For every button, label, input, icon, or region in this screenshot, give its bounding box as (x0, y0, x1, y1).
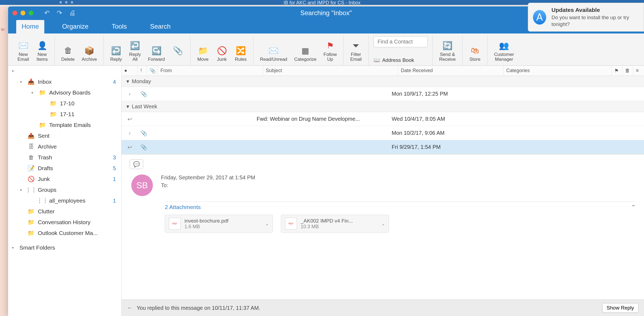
junk-button[interactable]: 🚫Junk (214, 44, 229, 63)
to-label: To: (161, 182, 255, 189)
col-date[interactable]: Date Received (398, 66, 504, 76)
tab-organize[interactable]: Organize (57, 20, 94, 33)
back-arrow-icon[interactable]: ← (127, 304, 133, 311)
paperclip-icon: 📎 (140, 130, 147, 136)
send-receive-button[interactable]: 🔄Send & Receive (438, 39, 457, 63)
categorize-icon: ▦ (299, 45, 311, 56)
sidebar-junk[interactable]: 🚫Junk1 (8, 174, 121, 184)
column-headers: ● ! 📎 From Subject Date Received Categor… (122, 66, 644, 76)
envelope-icon: ✉️ (268, 45, 280, 56)
col-from[interactable]: From (158, 66, 263, 76)
pdf-icon: PDF (169, 218, 181, 230)
folder-sidebar: 📥Inbox4 📁Advisory Boards 📁17-10 📁17-11 📁… (8, 66, 122, 316)
attachment-card[interactable]: PDF _AK002 IMPD v4 Fin...10.3 MB ⌄ (281, 215, 389, 233)
attachment-size: 1.6 MB (185, 224, 261, 230)
tab-home[interactable]: Home (16, 20, 44, 33)
attachment-dropdown[interactable]: 📎 (170, 44, 185, 63)
customer-manager-button[interactable]: 👥Customer Manager (492, 39, 516, 63)
address-book-button[interactable]: 📖Address Book (374, 57, 414, 63)
sidebar-archive[interactable]: 🗄Archive (8, 141, 121, 152)
store-button[interactable]: 🛍Store (467, 44, 482, 63)
rules-icon: 🔀 (235, 45, 247, 56)
store-icon: 🛍 (469, 45, 481, 56)
col-subject[interactable]: Subject (263, 66, 398, 76)
show-reply-button[interactable]: Show Reply (602, 303, 639, 313)
reply-all-icon: ↩️ (129, 40, 141, 51)
print-icon[interactable]: 🖨 (69, 9, 76, 17)
tab-search[interactable]: Search (145, 20, 176, 33)
col-attachment[interactable]: 📎 (147, 66, 158, 76)
redo-icon[interactable]: ↷ (57, 9, 62, 17)
attachments-header[interactable]: 2 Attachments (165, 204, 201, 210)
col-status[interactable]: ● (122, 66, 138, 76)
message-subject: Fwd: Webinar on Drug Name Developme... (254, 116, 389, 122)
group-last-week[interactable]: Last Week (122, 101, 644, 112)
sidebar-clutter[interactable]: 📁Clutter (8, 206, 121, 217)
reply-all-button[interactable]: ↩️Reply All (128, 39, 143, 63)
close-window-button[interactable] (12, 11, 17, 15)
new-items-button[interactable]: 👤New Items (35, 39, 50, 63)
attachment-size: 10.3 MB (301, 224, 378, 230)
categorize-button[interactable]: ▦Categorize (293, 44, 318, 63)
group-icon: ⋮⋮ (39, 197, 46, 204)
folder-icon: 📁 (50, 111, 57, 117)
sidebar-all-employees[interactable]: ⋮⋮all_employees1 (8, 195, 121, 206)
message-row[interactable]: › 📎 Mon 10/9/17, 12:25 PM (122, 87, 644, 101)
sidebar-advisory-boards[interactable]: 📁Advisory Boards (8, 87, 121, 98)
folder-icon: 📁 (39, 89, 46, 96)
outlook-window: ↶ ↷ 🖨 Searching "Inbox" Home Organize To… (8, 6, 644, 316)
sidebar-drafts[interactable]: 📝Drafts5 (8, 163, 121, 174)
group-monday[interactable]: Monday (122, 76, 644, 87)
sidebar-outlook-customer-manager[interactable]: 📁Outlook Customer Ma... (8, 228, 121, 238)
zoom-window-button[interactable] (29, 11, 33, 15)
sidebar-17-11[interactable]: 📁17-11 (8, 109, 121, 120)
find-contact-input[interactable] (374, 36, 428, 47)
conversation-icon[interactable]: 💬 (130, 159, 143, 169)
sidebar-17-10[interactable]: 📁17-10 (8, 98, 121, 109)
customer-icon: 👥 (498, 40, 510, 51)
forward-button[interactable]: ↪️Forward (146, 44, 166, 63)
sidebar-template-emails[interactable]: 📁Template Emails (8, 120, 121, 130)
attachment-dropdown-icon[interactable]: ⌄ (265, 221, 269, 226)
col-options[interactable]: ≡ (633, 66, 644, 76)
reply-button[interactable]: ↩️Reply (109, 44, 124, 63)
sidebar-groups[interactable]: ⋮⋮Groups (8, 184, 121, 195)
undo-icon[interactable]: ↶ (44, 9, 50, 17)
reply-icon: ↩️ (110, 45, 122, 56)
col-delete[interactable]: 🗑 (622, 66, 633, 76)
follow-up-button[interactable]: ⚑Follow Up (322, 39, 338, 63)
sidebar-conversation-history[interactable]: 📁Conversation History (8, 217, 121, 228)
attachment-card[interactable]: PDF invest-brochure.pdf1.6 MB ⌄ (165, 215, 273, 233)
sidebar-sent[interactable]: 📤Sent (8, 130, 121, 141)
updates-notification[interactable]: A Updates Available Do you want to insta… (528, 3, 644, 32)
sidebar-trash[interactable]: 🗑Trash3 (8, 152, 121, 163)
message-row[interactable]: › 📎 Mon 10/2/17, 9:06 AM (122, 126, 644, 140)
rules-button[interactable]: 🔀Rules (233, 44, 248, 63)
collapse-attachments-icon[interactable]: ⌃ (631, 204, 636, 210)
sent-icon: 📤 (28, 133, 35, 139)
tab-tools[interactable]: Tools (106, 20, 132, 33)
sidebar-smart-folders[interactable]: Smart Folders (8, 242, 121, 253)
archive-button[interactable]: 📦Archive (80, 44, 99, 63)
message-date: Wed 10/4/17, 8:05 AM (389, 116, 486, 122)
filter-email-button[interactable]: ⏷Filter Email (348, 39, 364, 63)
reply-status-text: You replied to this message on 10/11/17,… (137, 305, 260, 311)
col-importance[interactable]: ! (138, 66, 147, 76)
minimize-window-button[interactable] (21, 11, 25, 15)
archive-icon: 📦 (83, 45, 95, 56)
reply-status-bar: ← You replied to this message on 10/11/1… (122, 300, 644, 316)
col-categories[interactable]: Categories (504, 66, 612, 76)
account-row[interactable] (8, 66, 121, 76)
new-email-icon: ✉️ (17, 40, 29, 51)
move-button[interactable]: 📁Move (195, 44, 210, 63)
delete-button[interactable]: 🗑Delete (60, 44, 76, 63)
message-row[interactable]: ↩ Fwd: Webinar on Drug Name Developme...… (122, 112, 644, 126)
junk-icon: 🚫 (28, 176, 35, 182)
sidebar-inbox[interactable]: 📥Inbox4 (8, 76, 121, 87)
new-email-button[interactable]: ✉️New Email (16, 39, 31, 63)
reading-pane: 💬 SB Friday, September 29, 2017 at 1:54 … (122, 154, 644, 316)
message-row-selected[interactable]: ↩ 📎 Fri 9/29/17, 1:54 PM (122, 140, 644, 154)
col-flag[interactable]: ⚑ (612, 66, 622, 76)
read-unread-button[interactable]: ✉️Read/Unread (258, 44, 289, 63)
attachment-dropdown-icon[interactable]: ⌄ (381, 221, 385, 226)
